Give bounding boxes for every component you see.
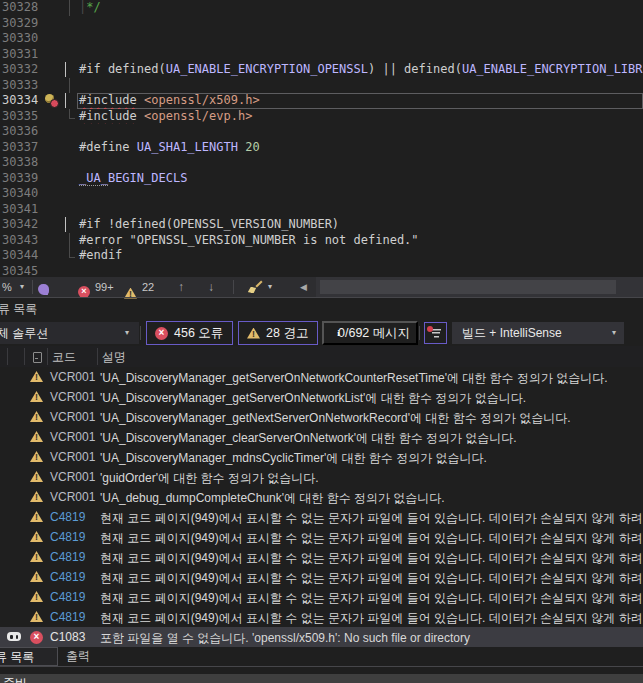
code-editor[interactable]: 30328│*/30329303303033130332#if defined(… <box>0 0 643 277</box>
warning-count-badge[interactable]: 22 <box>142 277 154 297</box>
error-list-row[interactable]: C1083포함 파일을 열 수 없습니다. 'openssl/x509.h': … <box>0 627 643 647</box>
prev-issue-button[interactable]: ↑ <box>178 277 184 297</box>
status-ready-text: 준비 <box>3 675 27 683</box>
code-text[interactable] <box>77 31 643 47</box>
code-text[interactable]: #endif <box>77 248 643 264</box>
error-list-row[interactable]: VCR001'UA_DiscoveryManager_mdnsCyclicTim… <box>0 447 643 467</box>
errors-toggle-button[interactable]: 456 오류 <box>146 321 233 345</box>
code-text[interactable] <box>77 155 643 171</box>
error-list-row[interactable]: VCR001'UA_DiscoveryManager_getServerOnNe… <box>0 387 643 407</box>
fold-chevron-icon[interactable] <box>65 217 66 232</box>
code-text[interactable] <box>77 124 643 140</box>
tab-error-list[interactable]: 오류 목록 <box>0 647 58 666</box>
error-code[interactable]: C4819 <box>50 570 85 584</box>
code-text[interactable]: #include <openssl/x509.h> <box>77 93 643 109</box>
messages-toggle-button[interactable]: 0/692 메시지 <box>322 321 418 345</box>
error-code[interactable]: C1083 <box>50 630 85 644</box>
code-line[interactable]: 30339_UA_BEGIN_DECLS <box>0 171 643 187</box>
error-code[interactable]: C4819 <box>50 530 85 544</box>
warnings-toggle-button[interactable]: 28 경고 <box>238 321 318 345</box>
error-code[interactable]: C4819 <box>50 590 85 604</box>
error-count-icon[interactable] <box>78 281 90 294</box>
error-list-row[interactable]: C4819현재 코드 페이지(949)에서 표시할 수 없는 문자가 파일에 들… <box>0 567 643 587</box>
code-line[interactable]: 30330 <box>0 31 643 47</box>
source-filter-dropdown[interactable]: 빌드 + IntelliSense ▾ <box>452 322 624 344</box>
error-list-row[interactable]: C4819현재 코드 페이지(949)에서 표시할 수 없는 문자가 파일에 들… <box>0 587 643 607</box>
warning-icon <box>30 411 43 422</box>
document-health-icon[interactable] <box>38 281 49 293</box>
error-code[interactable]: C4819 <box>50 550 85 564</box>
code-text[interactable]: #error "OPENSSL_VERSION_NUMBER is not de… <box>77 233 643 249</box>
code-line[interactable]: 30344#endif <box>0 248 643 264</box>
error-list-row[interactable]: C4819현재 코드 페이지(949)에서 표시할 수 없는 문자가 파일에 들… <box>0 527 643 547</box>
filter-button[interactable] <box>424 322 447 344</box>
code-line[interactable]: 30343#error "OPENSSL_VERSION_NUMBER is n… <box>0 233 643 249</box>
code-text[interactable]: │*/ <box>77 0 643 16</box>
error-count-badge[interactable]: 99+ <box>95 277 114 297</box>
error-list-row[interactable]: C4819현재 코드 페이지(949)에서 표시할 수 없는 문자가 파일에 들… <box>0 547 643 567</box>
error-code[interactable]: C4819 <box>50 610 85 624</box>
code-text[interactable] <box>77 16 643 32</box>
fold-chevron-icon[interactable] <box>65 93 66 108</box>
code-text[interactable] <box>77 186 643 202</box>
code-line[interactable]: 30333 <box>0 78 643 94</box>
code-line[interactable]: 30329 <box>0 16 643 32</box>
fold-margin <box>62 93 77 109</box>
error-list-row[interactable]: C4819현재 코드 페이지(949)에서 표시할 수 없는 문자가 파일에 들… <box>0 607 643 627</box>
next-issue-button[interactable]: ↓ <box>208 277 214 297</box>
code-text[interactable] <box>77 47 643 63</box>
code-line[interactable]: 30338 <box>0 155 643 171</box>
code-line[interactable]: 30336 <box>0 124 643 140</box>
code-text[interactable] <box>77 78 643 94</box>
scroll-left-button[interactable]: ◀ <box>300 277 307 297</box>
code-line[interactable]: 30340 <box>0 186 643 202</box>
zoom-level-dropdown[interactable]: % <box>2 277 12 297</box>
code-text[interactable]: #if !defined(OPENSSL_VERSION_NUMBER) <box>77 217 643 233</box>
error-code[interactable]: VCR001 <box>50 490 95 504</box>
code-text[interactable]: #include <openssl/evp.h> <box>77 109 643 125</box>
error-list-row[interactable]: VCR001'guidOrder'에 대한 함수 정의가 없습니다. <box>0 467 643 487</box>
code-line[interactable]: 30332#if defined(UA_ENABLE_ENCRYPTION_OP… <box>0 62 643 78</box>
scrollbar-thumb[interactable] <box>320 280 616 294</box>
chevron-down-icon[interactable]: ▾ <box>20 277 24 297</box>
scope-filter-dropdown[interactable]: 전체 솔루션 ▾ <box>0 322 139 344</box>
code-text[interactable]: _UA_BEGIN_DECLS <box>77 171 643 187</box>
code-cleanup-broom-icon[interactable] <box>248 280 262 294</box>
warning-count-icon[interactable] <box>124 282 137 293</box>
quick-actions-lightbulb-icon[interactable] <box>44 94 57 107</box>
error-code[interactable]: VCR001 <box>50 450 95 464</box>
fold-chevron-icon[interactable] <box>65 62 66 77</box>
error-list-row[interactable]: VCR001'UA_debug_dumpCompleteChunk'에 대한 함… <box>0 487 643 507</box>
error-code[interactable]: VCR001 <box>50 430 95 444</box>
divider <box>233 280 234 294</box>
code-text[interactable]: #if defined(UA_ENABLE_ENCRYPTION_OPENSSL… <box>77 62 643 78</box>
code-line[interactable]: 30337#define UA_SHA1_LENGTH 20 <box>0 140 643 156</box>
code-line[interactable]: 30331 <box>0 47 643 63</box>
editor-glyph-margin <box>40 31 62 47</box>
error-code[interactable]: C4819 <box>50 510 85 524</box>
code-line[interactable]: 30342#if !defined(OPENSSL_VERSION_NUMBER… <box>0 217 643 233</box>
error-code[interactable]: VCR001 <box>50 410 95 424</box>
error-list-row[interactable]: VCR001'UA_DiscoveryManager_getNextServer… <box>0 407 643 427</box>
code-text[interactable] <box>77 264 643 278</box>
code-line[interactable]: 30334#include <openssl/x509.h> <box>0 93 643 109</box>
tab-output[interactable]: 출력 <box>66 647 90 666</box>
error-code[interactable]: VCR001 <box>50 390 95 404</box>
code-text[interactable]: #define UA_SHA1_LENGTH 20 <box>77 140 643 156</box>
code-line[interactable]: 30328│*/ <box>0 0 643 16</box>
error-code[interactable]: VCR001 <box>50 470 95 484</box>
code-line[interactable]: 30335#include <openssl/evp.h> <box>0 109 643 125</box>
column-header-description[interactable]: 설명 <box>102 349 126 366</box>
error-list-row[interactable]: VCR001'UA_DiscoveryManager_getServerOnNe… <box>0 367 643 387</box>
code-text[interactable] <box>77 202 643 218</box>
horizontal-scrollbar[interactable] <box>316 277 643 297</box>
chevron-down-icon[interactable]: ▾ <box>268 277 272 297</box>
code-line[interactable]: 30345 <box>0 264 643 278</box>
error-code[interactable]: VCR001 <box>50 370 95 384</box>
severity-column-icon[interactable] <box>33 352 42 363</box>
error-list-row[interactable]: C4819현재 코드 페이지(949)에서 표시할 수 없는 문자가 파일에 들… <box>0 507 643 527</box>
warning-icon <box>247 328 260 339</box>
error-list-row[interactable]: VCR001'UA_DiscoveryManager_clearServerOn… <box>0 427 643 447</box>
column-header-code[interactable]: 코드 <box>52 349 76 366</box>
code-line[interactable]: 30341 <box>0 202 643 218</box>
